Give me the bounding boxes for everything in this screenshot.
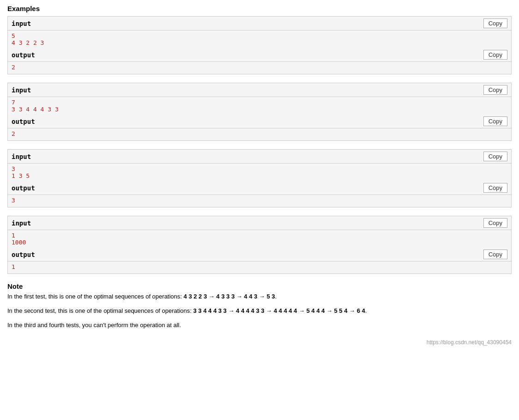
note-section: Note In the first test, this is one of t… [7, 282, 512, 330]
output-header-3: outputCopy [8, 181, 511, 195]
input-header-4: inputCopy [8, 216, 511, 230]
input-content-4: 1 1000 [8, 230, 511, 248]
input-content-2: 7 3 3 4 4 4 3 3 [8, 97, 511, 115]
input-content-3: 3 1 3 5 [8, 164, 511, 181]
input-label-3: input [12, 153, 31, 160]
note-title: Note [7, 282, 512, 290]
output-copy-button-4[interactable]: Copy [483, 250, 507, 259]
note-paragraph-3: In the third and fourth tests, you can't… [7, 321, 512, 330]
output-label-2: output [12, 118, 35, 125]
example-block-2: inputCopy7 3 3 4 4 4 3 3outputCopy2 [7, 83, 512, 141]
input-copy-button-2[interactable]: Copy [483, 85, 507, 95]
input-label-2: input [12, 86, 31, 94]
input-content-1: 5 4 3 2 2 3 [8, 30, 511, 48]
output-copy-button-2[interactable]: Copy [483, 116, 507, 126]
example-block-1: inputCopy5 4 3 2 2 3outputCopy2 [7, 16, 512, 74]
input-copy-button-4[interactable]: Copy [483, 218, 507, 228]
note-paragraph-2: In the second test, this is one of the o… [7, 306, 512, 316]
output-copy-button-1[interactable]: Copy [483, 50, 507, 60]
page-title: Examples [7, 5, 512, 12]
input-label-1: input [12, 20, 31, 27]
example-block-3: inputCopy3 1 3 5outputCopy3 [7, 149, 512, 207]
input-header-3: inputCopy [8, 150, 511, 164]
output-content-4: 1 [8, 262, 511, 274]
output-header-4: outputCopy [8, 248, 511, 262]
footer-link: https://blog.csdn.net/qq_43090454 [7, 339, 512, 346]
output-content-2: 2 [8, 128, 511, 140]
input-copy-button-1[interactable]: Copy [483, 18, 507, 28]
input-header-2: inputCopy [8, 83, 511, 97]
input-label-4: input [12, 219, 31, 227]
example-block-4: inputCopy1 1000outputCopy1 [7, 216, 512, 274]
output-label-3: output [12, 184, 35, 192]
output-label-4: output [12, 251, 35, 258]
output-label-1: output [12, 51, 35, 59]
output-content-3: 3 [8, 195, 511, 207]
output-copy-button-3[interactable]: Copy [483, 183, 507, 193]
output-header-1: outputCopy [8, 48, 511, 62]
input-copy-button-3[interactable]: Copy [483, 152, 507, 161]
output-header-2: outputCopy [8, 115, 511, 128]
input-header-1: inputCopy [8, 17, 511, 30]
note-paragraph-1: In the first test, this is one of the op… [7, 292, 512, 302]
output-content-1: 2 [8, 62, 511, 74]
